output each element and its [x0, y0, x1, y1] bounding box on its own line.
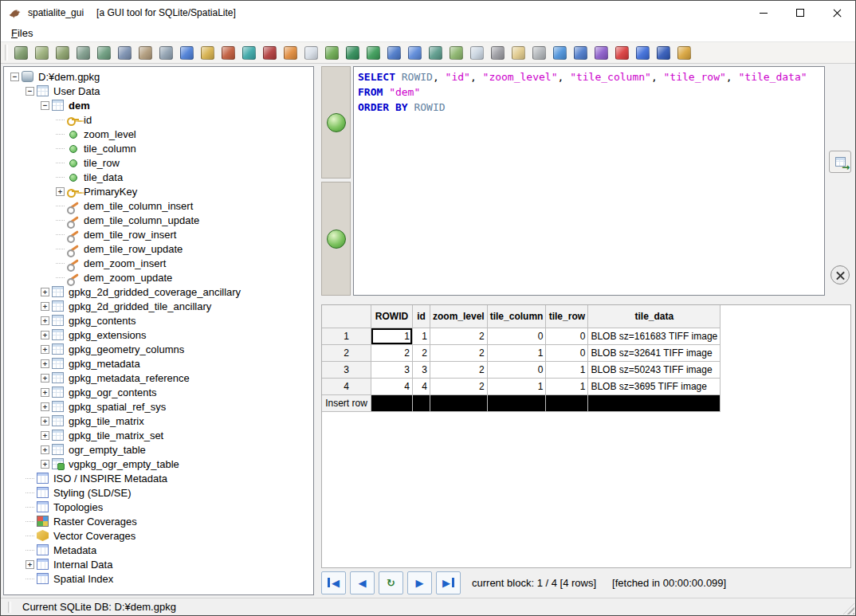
tree-node-gpkg-2d-gridded-tile-ancillary[interactable]: +gpkg_2d_gridded_tile_ancillary — [4, 299, 313, 313]
tree-node-gpkg-tile-matrix-set[interactable]: +gpkg_tile_matrix_set — [4, 428, 313, 442]
clone-db-button[interactable] — [135, 43, 155, 62]
expand-icon[interactable]: + — [41, 345, 49, 354]
tree-node-spatial-index[interactable]: Spatial Index — [4, 571, 313, 586]
expand-icon[interactable]: + — [41, 302, 49, 311]
tree-node-d-dem-gpkg[interactable]: −D:¥dem.gpkg — [4, 69, 313, 84]
tree-node-vgpkg-ogr-empty-table[interactable]: +vgpkg_ogr_empty_table — [4, 457, 313, 471]
minimize-button[interactable] — [745, 1, 782, 25]
cell-3-tile-row[interactable]: 1 — [546, 362, 588, 379]
tree-node-primarykey[interactable]: +PrimaryKey — [4, 184, 313, 198]
cell-1-tile-column[interactable]: 0 — [487, 328, 546, 345]
sql-script-button[interactable] — [177, 43, 196, 62]
cell-2-tile-column[interactable]: 1 — [487, 345, 546, 362]
insert-cell-rowid[interactable] — [371, 395, 413, 412]
tree-node-user-data[interactable]: −User Data — [4, 84, 313, 98]
insert-cell-id[interactable] — [413, 395, 430, 412]
tree-node-iso-inspire-metadata[interactable]: ISO / INSPIRE Metadata — [4, 471, 313, 485]
tree-node-tile-row[interactable]: tile_row — [4, 155, 313, 170]
tree-node-dem-zoom-insert[interactable]: dem_zoom_insert — [4, 256, 313, 270]
language-button[interactable] — [591, 43, 611, 62]
collapse-icon[interactable]: − — [26, 87, 34, 96]
tree-node-metadata[interactable]: Metadata — [4, 543, 313, 557]
tree-node-dem-zoom-update[interactable]: dem_zoom_update — [4, 270, 313, 284]
tree-node-gpkg-2d-gridded-coverage-ancillary[interactable]: +gpkg_2d_gridded_coverage_ancillary — [4, 284, 313, 299]
expand-icon[interactable]: + — [41, 374, 49, 383]
tree-node-dem-tile-row-insert[interactable]: dem_tile_row_insert — [4, 227, 313, 241]
expand-icon[interactable]: + — [41, 445, 49, 454]
expand-icon[interactable]: + — [41, 359, 49, 368]
expand-icon[interactable]: + — [41, 388, 49, 397]
tree-node-internal-data[interactable]: +Internal Data — [4, 557, 313, 571]
column-header-tile-column[interactable]: tile_column — [487, 305, 546, 328]
connect-db-button[interactable] — [11, 43, 30, 62]
row-label[interactable]: 1 — [322, 328, 371, 345]
cell-2-id[interactable]: 2 — [413, 345, 430, 362]
cell-1-tile-data[interactable]: BLOB sz=161683 TIFF image — [588, 328, 721, 345]
disconnect-db-button[interactable] — [53, 43, 72, 62]
tree-node-gpkg-ogr-contents[interactable]: +gpkg_ogr_contents — [4, 385, 313, 399]
insert-cell-tile-row[interactable] — [546, 395, 588, 412]
dump-shapefile-button[interactable] — [508, 43, 528, 62]
map-preview-button[interactable] — [239, 43, 258, 62]
next-block-button[interactable]: ▶ — [407, 571, 432, 594]
column-header-tile-data[interactable]: tile_data — [588, 305, 721, 328]
tree-node-dem-tile-row-update[interactable]: dem_tile_row_update — [4, 241, 313, 256]
cell-1-zoom-level[interactable]: 2 — [430, 328, 488, 345]
virtual-dxf-button[interactable] — [363, 43, 383, 62]
expand-icon[interactable]: + — [41, 316, 49, 325]
load-txt-csv-button[interactable] — [384, 43, 403, 62]
help-button[interactable] — [633, 43, 652, 62]
save-memory-db-button[interactable] — [115, 43, 134, 62]
column-header-tile-row[interactable]: tile_row — [546, 305, 588, 328]
maximize-button[interactable] — [782, 1, 819, 25]
sql-editor[interactable]: SELECT ROWID, "id", "zoom_level", "tile_… — [353, 66, 825, 296]
tree-node-gpkg-metadata-reference[interactable]: +gpkg_metadata_reference — [4, 371, 313, 385]
tree-node-dem[interactable]: −dem — [4, 98, 313, 112]
load-dxf-button[interactable] — [343, 43, 362, 62]
tree-node-vector-coverages[interactable]: Vector Coverages — [4, 528, 313, 543]
collapse-icon[interactable]: − — [41, 101, 49, 110]
cell-3-zoom-level[interactable]: 2 — [430, 362, 488, 379]
cell-3-tile-column[interactable]: 0 — [487, 362, 546, 379]
expand-icon[interactable]: + — [41, 460, 49, 469]
cell-2-tile-data[interactable]: BLOB sz=32641 TIFF image — [588, 345, 721, 362]
row-label[interactable]: 2 — [322, 345, 371, 362]
expand-icon[interactable]: + — [41, 331, 49, 339]
expand-icon[interactable]: + — [41, 417, 49, 426]
load-dbf-button[interactable] — [426, 43, 445, 62]
load-shapefile-button[interactable] — [301, 43, 320, 62]
query-composer-button[interactable] — [198, 43, 217, 62]
tools-button[interactable] — [571, 43, 590, 62]
insert-row-label[interactable]: Insert row — [322, 395, 371, 412]
search-entity-button[interactable] — [550, 43, 569, 62]
execute-sql-button[interactable] — [327, 113, 346, 132]
exit-button[interactable] — [674, 43, 693, 62]
last-row-button[interactable]: ▶ — [436, 571, 461, 594]
tree-node-zoom-level[interactable]: zoom_level — [4, 127, 313, 141]
tree-node-gpkg-geometry-columns[interactable]: +gpkg_geometry_columns — [4, 342, 313, 356]
tree-node-topologies[interactable]: Topologies — [4, 500, 313, 514]
cell-4-rowid[interactable]: 4 — [371, 379, 413, 395]
tree-node-ogr-empty-table[interactable]: +ogr_empty_table — [4, 442, 313, 457]
about-button[interactable] — [654, 43, 673, 62]
expand-icon[interactable]: + — [26, 560, 34, 569]
insert-cell-zoom-level[interactable] — [430, 395, 488, 412]
cell-1-rowid[interactable]: 1 — [371, 328, 413, 345]
load-xlsx-button[interactable] — [467, 43, 486, 62]
expand-icon[interactable]: + — [41, 431, 49, 440]
tree-node-styling-sld-se[interactable]: Styling (SLD/SE) — [4, 485, 313, 500]
refresh-rowset-button[interactable]: ↻ — [379, 571, 403, 594]
collapse-icon[interactable]: − — [10, 73, 19, 81]
tree-node-dem-tile-column-insert[interactable]: dem_tile_column_insert — [4, 198, 313, 213]
wfs-catalog-button[interactable] — [488, 43, 507, 62]
cell-3-tile-data[interactable]: BLOB sz=50243 TIFF image — [588, 362, 721, 379]
column-header-rowid[interactable]: ROWID — [371, 305, 413, 328]
column-header-zoom-level[interactable]: zoom_level — [430, 305, 488, 328]
export-resultset-button[interactable] — [829, 151, 851, 173]
cell-2-tile-row[interactable]: 0 — [546, 345, 588, 362]
memory-db-button[interactable] — [73, 43, 92, 62]
cell-4-tile-column[interactable]: 1 — [487, 379, 546, 395]
first-row-button[interactable]: ◀ — [321, 571, 346, 594]
cell-4-tile-data[interactable]: BLOB sz=3695 TIFF image — [588, 379, 721, 395]
srid-search-button[interactable] — [281, 43, 300, 62]
